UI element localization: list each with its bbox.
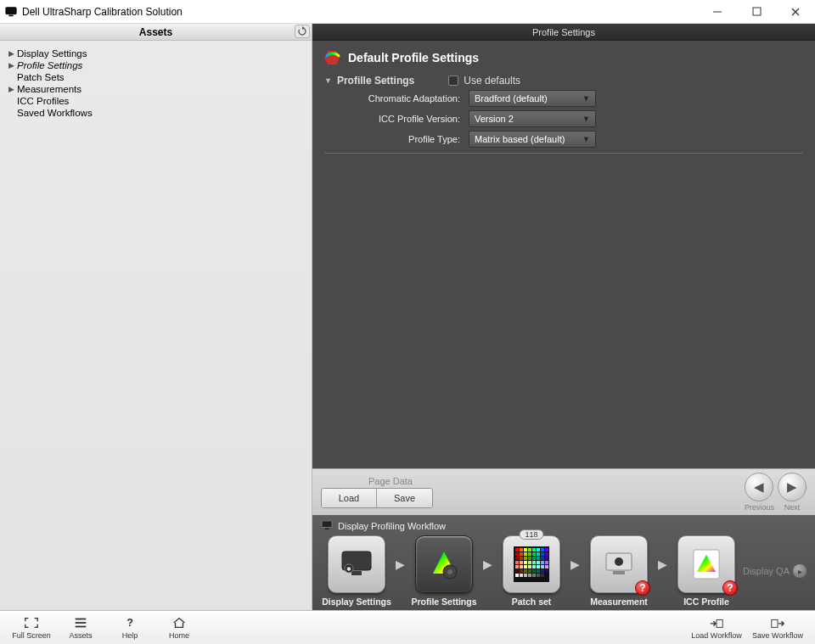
minimize-button[interactable] xyxy=(698,0,737,24)
pagedata-label: Page Data xyxy=(368,476,413,486)
step-label: ICC Profile xyxy=(683,596,729,607)
chevron-down-icon: ▼ xyxy=(582,135,590,143)
chevron-down-icon: ▼ xyxy=(582,94,590,103)
profile-type-label: Profile Type: xyxy=(324,134,460,144)
profile-type-select[interactable]: Matrix based (default) ▼ xyxy=(469,131,596,148)
svg-rect-52 xyxy=(537,565,540,568)
svg-rect-61 xyxy=(541,569,544,573)
refresh-button[interactable] xyxy=(295,25,310,38)
svg-rect-44 xyxy=(537,561,540,564)
main-panel: Profile Settings Default Profile Setting… xyxy=(312,24,815,610)
svg-rect-24 xyxy=(520,552,523,556)
tree-item-label: Measurements xyxy=(17,84,82,94)
tree-item-label: ICC Profiles xyxy=(17,96,69,106)
section-label: Profille Settings xyxy=(337,75,414,87)
svg-rect-67 xyxy=(532,574,536,577)
home-button[interactable]: Home xyxy=(155,613,204,643)
load-workflow-button[interactable]: Load Workflow xyxy=(686,613,747,643)
svg-rect-32 xyxy=(520,557,523,560)
icc-version-select[interactable]: Version 2 ▼ xyxy=(469,110,596,127)
svg-rect-6 xyxy=(322,521,332,528)
svg-rect-47 xyxy=(515,565,519,568)
svg-rect-31 xyxy=(515,557,519,560)
chevron-down-icon: ▼ xyxy=(582,115,590,123)
svg-rect-3 xyxy=(753,8,761,15)
svg-rect-38 xyxy=(545,557,548,560)
svg-rect-22 xyxy=(545,548,548,552)
step-display-settings[interactable]: ✱ Display Settings xyxy=(321,535,392,607)
assets-sidebar: Assets ▶ Display Settings ▶ Profile Sett… xyxy=(0,24,312,610)
load-workflow-label: Load Workflow xyxy=(691,631,741,640)
help-button[interactable]: ? Help xyxy=(105,613,155,643)
app-icon xyxy=(5,6,17,18)
svg-rect-72 xyxy=(613,571,625,574)
svg-rect-36 xyxy=(537,557,540,560)
load-button[interactable]: Load xyxy=(322,489,377,507)
workflow-title: Display Profiling Workflow xyxy=(338,521,446,531)
checkbox-icon[interactable] xyxy=(448,76,458,86)
svg-text:?: ? xyxy=(126,617,133,629)
use-defaults-row[interactable]: Use defaults xyxy=(448,75,520,87)
tree-item-display-settings[interactable]: ▶ Display Settings xyxy=(5,48,306,59)
svg-rect-15 xyxy=(515,548,519,552)
step-icc-profile[interactable]: ? ICC Profile xyxy=(671,535,742,607)
arrow-icon: ▶ xyxy=(656,557,669,571)
tree-item-saved-workflows[interactable]: ▶ Saved Workflows xyxy=(5,107,306,119)
step-measurement[interactable]: ? Measurement xyxy=(583,535,655,607)
main-header: Profile Settings xyxy=(312,24,815,41)
tree-item-measurements[interactable]: ▶ Measurements xyxy=(5,83,306,95)
previous-button[interactable]: ◀ xyxy=(745,473,773,501)
svg-rect-50 xyxy=(528,565,531,568)
svg-point-13 xyxy=(447,569,452,574)
tree-item-icc-profiles[interactable]: ▶ ICC Profiles xyxy=(5,95,306,107)
save-button[interactable]: Save xyxy=(377,489,432,507)
svg-rect-0 xyxy=(6,7,16,14)
svg-rect-41 xyxy=(524,561,527,564)
home-label: Home xyxy=(169,631,189,640)
select-value: Version 2 xyxy=(475,114,514,124)
step-profile-settings[interactable]: Profile Settings xyxy=(408,535,480,607)
svg-rect-18 xyxy=(528,548,531,552)
maximize-button[interactable] xyxy=(737,0,776,24)
step-label: Patch set xyxy=(512,596,552,607)
svg-rect-62 xyxy=(545,569,548,573)
save-workflow-button[interactable]: Save Workflow xyxy=(747,613,808,643)
profile-settings-section[interactable]: ▼ Profille Settings xyxy=(324,75,414,87)
svg-rect-59 xyxy=(532,569,536,573)
svg-rect-63 xyxy=(515,574,519,577)
arrow-icon: ▶ xyxy=(394,557,407,571)
window-title: Dell UltraSharp Calibration Solution xyxy=(22,6,183,18)
svg-rect-19 xyxy=(532,548,536,552)
svg-rect-70 xyxy=(545,574,548,577)
icc-version-label: ICC Profile Version: xyxy=(324,114,460,124)
svg-rect-49 xyxy=(524,565,527,568)
assets-button[interactable]: Assets xyxy=(56,613,105,643)
svg-rect-58 xyxy=(528,569,531,573)
svg-rect-51 xyxy=(532,565,536,568)
arrow-icon: ▶ xyxy=(481,557,494,571)
disclosure-icon: ▼ xyxy=(324,76,332,85)
tree-item-patch-sets[interactable]: ▶ Patch Sets xyxy=(5,71,306,83)
divider xyxy=(324,153,803,154)
svg-rect-43 xyxy=(532,561,536,564)
next-button[interactable]: ▶ xyxy=(778,473,807,501)
svg-rect-79 xyxy=(717,619,722,627)
monitor-icon xyxy=(321,520,333,532)
chromatic-adaptation-select[interactable]: Bradford (default) ▼ xyxy=(469,90,596,107)
svg-rect-37 xyxy=(541,557,544,560)
main-header-title: Profile Settings xyxy=(532,27,595,37)
select-value: Bradford (default) xyxy=(475,93,548,104)
fullscreen-button[interactable]: Full Screen xyxy=(7,613,56,643)
svg-rect-65 xyxy=(524,574,527,577)
display-qa-link[interactable]: Display QA ▸ xyxy=(743,564,807,578)
step-label: Profile Settings xyxy=(411,596,476,607)
svg-rect-1 xyxy=(8,14,13,16)
step-patch-set[interactable]: 118 xyxy=(496,535,567,607)
close-button[interactable] xyxy=(776,0,815,24)
tree-item-label: Patch Sets xyxy=(17,72,65,82)
tree-item-profile-settings[interactable]: ▶ Profile Settings xyxy=(5,59,306,71)
assets-label: Assets xyxy=(69,631,92,640)
titlebar: Dell UltraSharp Calibration Solution xyxy=(0,0,815,24)
workflow-bar: Display Profiling Workflow ✱ Display Set… xyxy=(312,515,815,610)
svg-rect-40 xyxy=(520,561,523,564)
